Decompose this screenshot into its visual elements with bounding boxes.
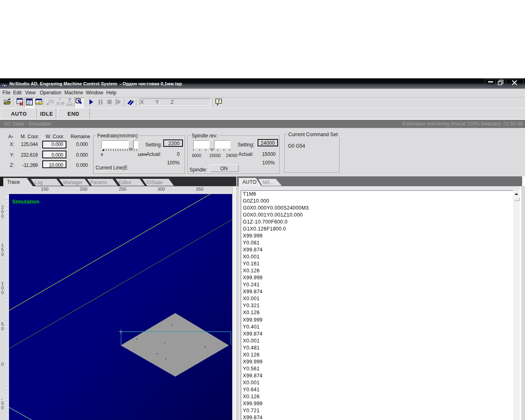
svg-text:(0): (0)	[48, 99, 54, 104]
svg-text:?: ?	[217, 98, 220, 104]
svg-text:Simulation: Simulation	[12, 199, 40, 205]
